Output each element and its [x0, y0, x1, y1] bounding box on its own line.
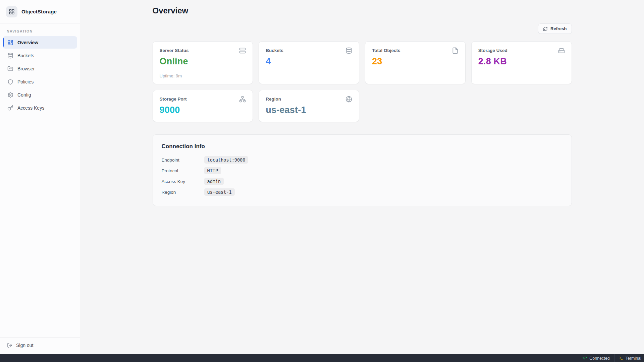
app-title: ObjectStorage: [21, 9, 57, 14]
info-row-access-key: Access Key admin: [162, 178, 563, 185]
info-label: Region: [162, 190, 204, 195]
card-subtitle: Uptime: 9m: [160, 73, 246, 78]
sidebar-item-label: Overview: [17, 40, 38, 45]
dashboard-icon: [7, 40, 13, 46]
sidebar-spacer: [0, 114, 80, 333]
card-buckets: Buckets 4: [259, 41, 359, 84]
sidebar-item-browser[interactable]: Browser: [3, 62, 77, 75]
card-region: Region us-east-1: [259, 90, 359, 122]
card-value: us-east-1: [266, 105, 352, 115]
connection-info-title: Connection Info: [162, 143, 563, 150]
server-icon: [239, 47, 246, 54]
info-row-region: Region us-east-1: [162, 188, 563, 196]
log-out-icon: [7, 343, 12, 348]
nav-section-label: NAVIGATION: [7, 29, 73, 33]
info-value: us-east-1: [204, 188, 235, 196]
brand: ObjectStorage: [0, 0, 80, 23]
gear-icon: [7, 92, 13, 98]
key-icon: [7, 105, 13, 111]
stat-cards-row-1: Server Status Online Uptime: 9m Bucke: [153, 41, 572, 84]
terminal-icon: [619, 356, 623, 360]
sidebar-item-label: Buckets: [17, 53, 34, 58]
sidebar-item-access-keys[interactable]: Access Keys: [3, 102, 77, 114]
card-label: Total Objects: [372, 47, 400, 53]
card-value: 2.8 KB: [478, 56, 565, 67]
nav-list: Overview Buckets Browser: [0, 36, 80, 114]
toolbar: Refresh: [153, 23, 572, 34]
sidebar-item-overview[interactable]: Overview: [3, 36, 77, 49]
card-label: Buckets: [266, 47, 283, 53]
info-label: Protocol: [162, 168, 204, 173]
card-value: 23: [372, 56, 459, 67]
hard-drive-icon: [558, 47, 565, 54]
app-window: ObjectStorage NAVIGATION Overview: [0, 0, 644, 354]
info-label: Access Key: [162, 179, 204, 184]
connection-info-panel: Connection Info Endpoint localhost:9000 …: [153, 134, 572, 206]
file-icon: [452, 47, 459, 54]
info-value: HTTP: [204, 167, 221, 174]
card-label: Storage Port: [160, 96, 187, 102]
info-value: admin: [204, 178, 224, 185]
sidebar-item-policies[interactable]: Policies: [3, 75, 77, 88]
info-row-protocol: Protocol HTTP: [162, 167, 563, 174]
main-content: Overview Refresh Server Status: [80, 0, 644, 354]
card-storage-used: Storage Used 2.8 KB: [471, 41, 572, 84]
sidebar-item-label: Config: [17, 92, 31, 98]
card-value: 4: [266, 56, 352, 67]
refresh-button[interactable]: Refresh: [538, 23, 572, 34]
sidebar-item-config[interactable]: Config: [3, 88, 77, 101]
terminal-toggle[interactable]: Terminal: [614, 354, 644, 362]
sidebar-item-label: Browser: [17, 66, 35, 71]
globe-icon: [345, 96, 352, 103]
info-label: Endpoint: [162, 158, 204, 163]
card-value: 9000: [160, 105, 246, 115]
info-row-endpoint: Endpoint localhost:9000: [162, 156, 563, 164]
sign-out-button[interactable]: Sign out: [0, 337, 80, 354]
stat-cards-row-2: Storage Port 9000 Region: [153, 90, 572, 122]
info-value: localhost:9000: [204, 156, 249, 164]
wifi-icon: [583, 356, 587, 360]
sidebar-item-label: Access Keys: [17, 105, 44, 111]
page-title: Overview: [153, 6, 572, 15]
sign-out-label: Sign out: [16, 343, 33, 348]
network-icon: [239, 96, 246, 103]
refresh-label: Refresh: [550, 26, 567, 31]
card-storage-port: Storage Port 9000: [153, 90, 253, 122]
shield-icon: [7, 79, 13, 85]
database-icon: [345, 47, 352, 54]
sidebar: ObjectStorage NAVIGATION Overview: [0, 0, 80, 354]
database-icon: [7, 53, 13, 59]
card-value: Online: [160, 56, 246, 67]
connection-status[interactable]: Connected: [578, 354, 614, 362]
connection-status-label: Connected: [589, 356, 609, 361]
status-bar: Connected Terminal: [0, 354, 644, 362]
card-server-status: Server Status Online Uptime: 9m: [153, 41, 253, 84]
app-logo-icon: [6, 6, 17, 17]
card-label: Server Status: [160, 47, 189, 53]
refresh-icon: [543, 26, 548, 31]
folder-open-icon: [7, 66, 13, 72]
sidebar-item-label: Policies: [17, 79, 34, 84]
card-label: Region: [266, 96, 281, 102]
card-total-objects: Total Objects 23: [365, 41, 466, 84]
connection-info-rows: Endpoint localhost:9000 Protocol HTTP Ac…: [162, 156, 563, 196]
card-label: Storage Used: [478, 47, 507, 53]
sidebar-item-buckets[interactable]: Buckets: [3, 49, 77, 62]
terminal-label: Terminal: [626, 356, 641, 361]
